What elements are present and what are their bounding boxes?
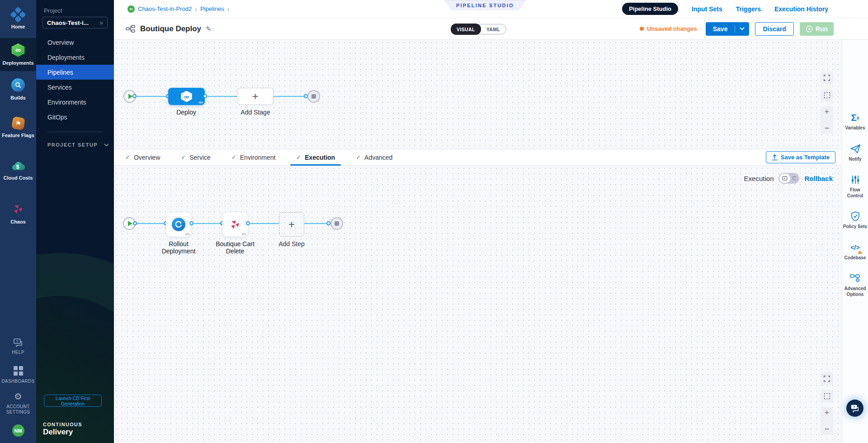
fullscreen-button[interactable]: [821, 71, 833, 84]
nav-builds[interactable]: Builds: [0, 73, 36, 106]
nav-cloud-costs[interactable]: $ Cloud Costs: [0, 155, 36, 186]
discard-button[interactable]: Discard: [755, 22, 793, 36]
execution-rollback-toggle[interactable]: [778, 173, 799, 184]
zoom-in-button[interactable]: +: [825, 409, 830, 417]
start-play-icon: [128, 94, 133, 99]
breadcrumb-pipelines[interactable]: Pipelines: [200, 5, 224, 12]
launch-cd-first-gen-button[interactable]: Launch CD First Generation: [44, 395, 102, 407]
edit-pencil-icon[interactable]: ✎: [206, 25, 212, 33]
toolbar-codebase[interactable]: </> Codebase: [843, 242, 868, 261]
add-step-label: Add Step: [264, 240, 319, 248]
execution-segment-icon[interactable]: [779, 174, 790, 183]
codebase-icon: </>: [850, 242, 859, 253]
save-as-template-button[interactable]: Save as Template: [766, 151, 835, 163]
tab-environment[interactable]: ✓ Environment: [221, 149, 286, 166]
flow-connector: [193, 223, 221, 224]
sidebar-item-gitops[interactable]: GitOps: [36, 110, 114, 124]
zoom-in-button[interactable]: +: [825, 108, 830, 116]
codebase-warning-icon: [858, 250, 862, 254]
start-play-icon: [128, 221, 132, 226]
nav-account-settings-label: ACCOUNT SETTINGS: [4, 404, 33, 414]
sidebar-item-overview[interactable]: Overview: [36, 35, 114, 50]
variables-icon: Σx: [851, 112, 859, 123]
feature-flags-icon: ⚑: [11, 116, 25, 130]
execution-end-node[interactable]: [330, 217, 343, 230]
project-sidebar: Project Chaos-Test-i... » Overview Deplo…: [36, 0, 114, 443]
check-icon: ✓: [296, 154, 301, 161]
add-step-node[interactable]: +: [279, 212, 304, 237]
visual-segment[interactable]: VISUAL: [451, 24, 481, 35]
fit-to-screen-button[interactable]: [821, 390, 833, 402]
deployments-icon: ∞: [11, 43, 25, 57]
rollback-link[interactable]: Rollback: [804, 175, 833, 182]
nav-home[interactable]: Home: [0, 4, 36, 35]
zoom-out-button[interactable]: −: [825, 425, 830, 433]
expand-double-chevron-icon: »: [99, 19, 103, 26]
yaml-segment[interactable]: YAML: [481, 24, 506, 34]
nav-chaos[interactable]: Chaos: [0, 197, 36, 230]
tab-overview[interactable]: ✓ Overview: [115, 149, 170, 166]
project-setup-toggle[interactable]: PROJECT SETUP: [47, 142, 114, 148]
step-code-badge: </>: [241, 233, 246, 236]
connector-dot: [133, 221, 137, 225]
toolbar-policy-sets[interactable]: Policy Sets: [843, 211, 868, 230]
unsaved-dot-icon: [640, 27, 644, 31]
check-icon: ✓: [231, 154, 236, 161]
plus-icon: +: [252, 90, 258, 103]
fullscreen-icon: [824, 376, 830, 382]
tab-service[interactable]: ✓ Service: [170, 149, 221, 166]
execution-canvas-controls: + −: [821, 372, 833, 435]
right-toolbar: Σx Variables Notify F: [842, 40, 868, 443]
sidebar-item-environments[interactable]: Environments: [36, 95, 114, 110]
execution-mode-switcher: Execution Rollback: [744, 173, 833, 184]
nav-home-label: Home: [11, 24, 25, 30]
stage-label: Deploy: [159, 109, 213, 116]
nav-dashboards[interactable]: DASHBOARDS: [0, 361, 36, 390]
fit-to-screen-button[interactable]: [821, 89, 833, 101]
pipeline-actions: Unsaved changes Save Discard Run: [640, 22, 834, 36]
toolbar-advanced-options[interactable]: Advanced Options: [843, 273, 868, 297]
nav-feature-flags[interactable]: ⚑ Feature Flags: [0, 112, 36, 144]
stage-node-deploy[interactable]: ∞ </>: [168, 88, 205, 105]
step-node-boutique-cart-delete[interactable]: </>: [222, 212, 248, 237]
pipeline-toolbar: Boutique Deploy ✎ VISUAL YAML Unsaved ch…: [114, 18, 868, 40]
save-chevron-icon[interactable]: [735, 27, 749, 30]
save-button[interactable]: Save: [706, 22, 750, 36]
add-stage-node[interactable]: +: [237, 88, 274, 105]
toolbar-variables[interactable]: Σx Variables: [843, 112, 868, 131]
toolbar-notify[interactable]: Notify: [843, 143, 868, 162]
zoom-out-button[interactable]: −: [825, 124, 830, 132]
fullscreen-button[interactable]: [821, 372, 833, 385]
nav-deployments[interactable]: ∞ Deployments: [0, 38, 36, 71]
sidebar-item-deployments[interactable]: Deployments: [36, 50, 114, 65]
rollback-segment-icon[interactable]: [790, 174, 798, 183]
stage-canvas[interactable]: ∞ </> + Deploy Add Stage: [114, 40, 842, 149]
help-chat-fab[interactable]: ?: [846, 400, 863, 417]
tab-execution-history[interactable]: Execution History: [774, 5, 828, 13]
nav-feature-flags-label: Feature Flags: [2, 133, 34, 138]
visual-yaml-toggle[interactable]: VISUAL YAML: [451, 24, 506, 34]
module-brand: CONTINUOUS Delivery: [43, 422, 82, 437]
sidebar-item-pipelines[interactable]: Pipelines: [36, 65, 114, 80]
project-selector[interactable]: Chaos-Test-i... »: [42, 17, 108, 29]
flow-control-label: Flow Control: [843, 187, 868, 199]
nav-account-settings[interactable]: ⚙ ACCOUNT SETTINGS: [0, 389, 36, 420]
toolbar-flow-control[interactable]: Flow Control: [843, 174, 868, 199]
user-avatar[interactable]: NM: [12, 424, 24, 437]
tab-pipeline-studio[interactable]: Pipeline Studio: [622, 3, 678, 15]
nav-deployments-label: Deployments: [2, 60, 33, 66]
breadcrumb: ∞ Chaos-Test-in-Prod2 › Pipelines ›: [114, 5, 229, 13]
sidebar-item-services[interactable]: Services: [36, 80, 114, 95]
breadcrumb-project[interactable]: Chaos-Test-in-Prod2: [138, 5, 192, 12]
project-setup-label: PROJECT SETUP: [47, 142, 98, 148]
tab-execution[interactable]: ✓ Execution: [286, 149, 345, 166]
tab-input-sets[interactable]: Input Sets: [692, 5, 722, 13]
tab-advanced[interactable]: ✓ Advanced: [345, 149, 403, 166]
tab-triggers[interactable]: Triggers: [736, 5, 761, 13]
zoom-controls: + −: [821, 407, 833, 435]
step-node-rollout-deployment[interactable]: </>: [166, 212, 191, 237]
pipeline-end-node[interactable]: [307, 90, 320, 103]
fullscreen-icon: [824, 75, 830, 81]
execution-canvas[interactable]: Execution Rollback: [114, 166, 842, 443]
nav-help[interactable]: ? HELP: [0, 333, 36, 361]
